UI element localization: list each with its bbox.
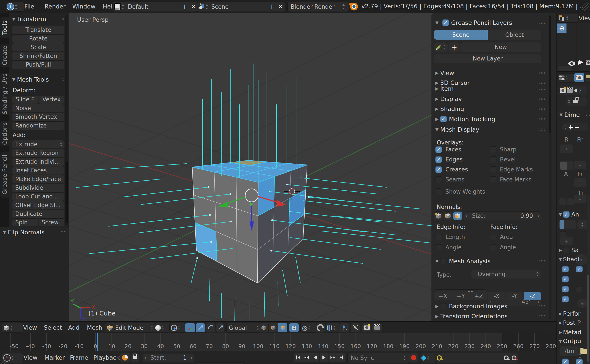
gp-new-button[interactable]: New — [460, 42, 541, 52]
add-layout-icon[interactable]: + — [182, 3, 187, 11]
fps-dropdown[interactable] — [574, 179, 586, 187]
loop-cut-button[interactable]: Loop Cut and ... — [12, 192, 65, 201]
edge-angle-check[interactable]: Angle — [435, 244, 462, 251]
opengl-render-anim-button[interactable] — [372, 323, 382, 332]
view3d-menu-add[interactable]: Add — [68, 324, 79, 331]
gp-pencil-dropdown[interactable] — [434, 42, 448, 52]
panel-drag-dots[interactable] — [539, 21, 545, 24]
view-panel-header[interactable]: ▶ View — [434, 69, 545, 77]
faces-checkbox[interactable] — [435, 146, 442, 153]
insert-key-icon[interactable] — [504, 356, 509, 360]
manipulator-scale-toggle[interactable] — [216, 323, 224, 332]
grease-pencil-checkbox[interactable] — [442, 19, 449, 26]
tab-tools[interactable]: Tools — [0, 17, 9, 38]
background-images-checkbox[interactable] — [440, 303, 447, 309]
panel-drag-dots[interactable] — [539, 81, 545, 84]
gp-pencil-spinner[interactable] — [443, 44, 446, 50]
axis-plus-z-button[interactable]: +Z — [470, 292, 487, 300]
delete-key-icon[interactable]: ✕ — [512, 356, 516, 360]
panel-drag-dots[interactable] — [539, 98, 545, 100]
face-area-check[interactable]: Area — [490, 234, 513, 240]
viewport-shading-dropdown[interactable] — [154, 323, 171, 333]
panel-drag-dots[interactable] — [586, 113, 590, 116]
panel-drag-dots[interactable] — [539, 118, 545, 121]
select-mode-vertex[interactable] — [259, 323, 268, 332]
aa-filter-size[interactable] — [577, 299, 587, 308]
timeline-menu-playback[interactable]: Playback — [93, 354, 119, 361]
eye-icon[interactable] — [568, 61, 575, 66]
face-marks-checkbox[interactable] — [490, 176, 496, 183]
display-mode-row[interactable] — [566, 97, 587, 106]
anti-aliasing-panel-header[interactable]: ▼ An — [558, 211, 590, 218]
panel-drag-dots[interactable] — [539, 260, 545, 263]
outliner-menu-view[interactable]: View — [579, 15, 590, 21]
timeline-playhead[interactable] — [97, 333, 98, 351]
extrude-spinner[interactable] — [60, 141, 63, 147]
aa-spinner-button[interactable] — [577, 220, 587, 229]
creases-check[interactable]: Creases — [435, 166, 468, 173]
face-area-checkbox[interactable] — [490, 234, 496, 240]
face-normals-toggle[interactable] — [453, 211, 462, 220]
motion-tracking-checkbox[interactable] — [440, 116, 447, 122]
sync-mode-dropdown[interactable]: No Sync — [347, 353, 410, 363]
occlude-geometry-toggle[interactable] — [289, 323, 299, 332]
menu-render[interactable]: Render — [45, 3, 66, 10]
frame-end-field[interactable]: End: 250 — [196, 363, 244, 364]
extrude-individual-button[interactable]: Extrude Indivi... — [12, 157, 65, 166]
view3d-menu-view[interactable]: View — [23, 324, 37, 331]
outliner-scroll-pill[interactable] — [558, 66, 572, 71]
timeline-menu-view[interactable]: View — [24, 354, 37, 361]
camera-render-icon[interactable] — [586, 60, 590, 65]
panel-drag-dots[interactable] — [539, 72, 545, 74]
aa-full-sample-checkbox[interactable] — [560, 231, 566, 238]
manipulator-rotate-toggle[interactable] — [206, 323, 215, 332]
axis-minus-z-button[interactable]: -Z — [524, 292, 541, 300]
mesh-display-panel-header[interactable]: ▼ Mesh Display — [434, 126, 545, 133]
make-edge-face-button[interactable]: Make Edge/Face — [12, 175, 65, 183]
menu-window[interactable]: Window — [72, 3, 95, 10]
render-anim-icon[interactable] — [567, 88, 573, 93]
loose-edge-normals-toggle[interactable] — [444, 211, 452, 220]
axis-plus-x-button[interactable]: +X — [434, 292, 452, 300]
resolution-x-field[interactable] — [560, 144, 573, 153]
timeline-menu-frame[interactable]: Frame — [70, 354, 88, 361]
outliner-body[interactable]: ⊖ — [557, 23, 590, 71]
face-marks-check[interactable]: Face Marks — [490, 176, 531, 183]
unlock-icon[interactable] — [573, 100, 577, 103]
axis-plus-y-button[interactable]: +Y — [452, 292, 469, 300]
snap-toggle[interactable] — [316, 323, 325, 332]
panel-drag-dots[interactable] — [539, 87, 545, 90]
screw-button[interactable]: Screw — [39, 218, 65, 226]
close-scene-icon[interactable]: ✕ — [278, 3, 283, 10]
slide-edge-button[interactable]: Slide E — [12, 95, 38, 104]
render-engine-selector[interactable]: Blender Render — [287, 2, 349, 12]
render-still-icon[interactable] — [560, 88, 566, 93]
edges-check[interactable]: Edges — [435, 156, 463, 163]
shading-panel-header[interactable]: ▶ Shading — [434, 105, 545, 112]
sampled-checkbox[interactable] — [563, 247, 570, 253]
view3d-menu-select[interactable]: Select — [44, 324, 62, 331]
screen-layout-selector[interactable]: Default + ✕ — [112, 2, 198, 12]
auto-keyframe-toggle[interactable] — [409, 353, 419, 363]
face-angle-check[interactable]: Angle — [490, 244, 516, 251]
gp-add-button[interactable]: + — [449, 42, 459, 52]
shading-check-1[interactable] — [562, 266, 569, 273]
jump-to-start-button[interactable] — [294, 353, 302, 362]
edge-angle-checkbox[interactable] — [435, 244, 442, 251]
bevel-check[interactable]: Bevel — [490, 156, 516, 163]
shading-check-4[interactable] — [562, 286, 569, 292]
duplicate-button[interactable]: Duplicate — [12, 210, 65, 218]
tool-shelf-scrollbar-thumb[interactable] — [66, 161, 68, 223]
show-weights-check[interactable]: Show Weights — [435, 188, 485, 195]
spin-button[interactable]: Spin — [12, 218, 38, 226]
grease-pencil-panel-header[interactable]: ▼ Grease Pencil Layers — [434, 19, 545, 26]
shading-check-6[interactable] — [562, 296, 569, 302]
bevel-checkbox[interactable] — [490, 156, 496, 163]
n-panel-scrollbar-thumb[interactable] — [549, 16, 551, 133]
motion-tracking-panel-header[interactable]: ▶ Motion Tracking — [434, 115, 545, 123]
panel-drag-dots[interactable] — [539, 128, 545, 131]
display-panel-header[interactable]: ▶ Display — [434, 95, 545, 103]
resolution-pct-slider[interactable] — [560, 162, 573, 170]
aspect-y-field[interactable] — [560, 237, 573, 245]
snap-target-button[interactable] — [340, 323, 349, 332]
